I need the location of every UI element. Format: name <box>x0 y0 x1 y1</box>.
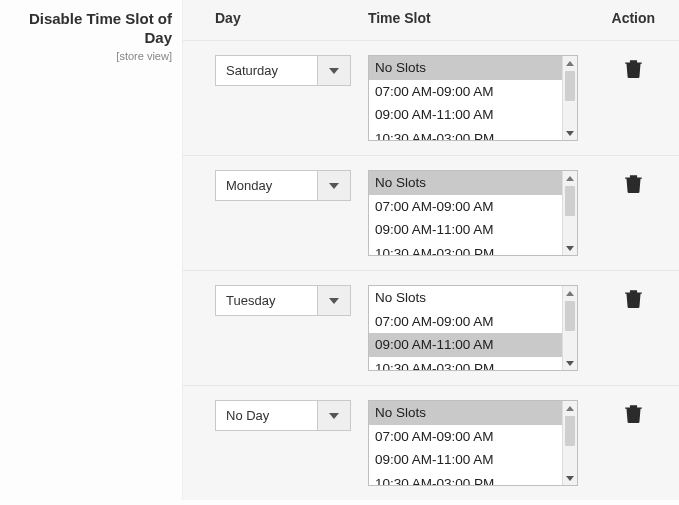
table-row: TuesdayNo Slots07:00 AM-09:00 AM09:00 AM… <box>183 271 679 386</box>
trash-icon <box>625 289 642 308</box>
delete-button[interactable] <box>625 174 642 196</box>
timeslot-option[interactable]: No Slots <box>369 401 562 425</box>
trash-icon <box>625 174 642 193</box>
scrollbar[interactable] <box>562 56 577 140</box>
chevron-down-icon[interactable] <box>317 170 351 201</box>
scroll-down-icon[interactable] <box>563 126 577 140</box>
chevron-down-icon[interactable] <box>317 55 351 86</box>
scroll-thumb[interactable] <box>565 416 575 446</box>
delete-button[interactable] <box>625 59 642 81</box>
timeslot-option[interactable]: 09:00 AM-11:00 AM <box>369 333 562 357</box>
trash-icon <box>625 404 642 423</box>
scrollbar[interactable] <box>562 286 577 370</box>
timeslot-option[interactable]: No Slots <box>369 286 562 310</box>
timeslot-option[interactable]: 09:00 AM-11:00 AM <box>369 218 562 242</box>
scroll-up-icon[interactable] <box>563 171 577 185</box>
timeslot-option[interactable]: 07:00 AM-09:00 AM <box>369 80 562 104</box>
scroll-thumb[interactable] <box>565 71 575 101</box>
delete-button[interactable] <box>625 289 642 311</box>
day-select[interactable]: No Day <box>215 400 351 431</box>
slots-table: Day Time Slot Action SaturdayNo Slots07:… <box>183 0 679 500</box>
timeslot-option[interactable]: 10:30 AM-03:00 PM <box>369 357 562 370</box>
header-action: Action <box>598 0 679 41</box>
timeslot-option[interactable]: 09:00 AM-11:00 AM <box>369 448 562 472</box>
day-select[interactable]: Tuesday <box>215 285 351 316</box>
timeslot-option[interactable]: 09:00 AM-11:00 AM <box>369 103 562 127</box>
day-select-value: Saturday <box>215 55 317 86</box>
day-select-value: Monday <box>215 170 317 201</box>
scroll-up-icon[interactable] <box>563 286 577 300</box>
scroll-down-icon[interactable] <box>563 471 577 485</box>
chevron-down-icon[interactable] <box>317 285 351 316</box>
setting-title: Disable Time Slot of Day <box>6 10 172 48</box>
setting-label-col: Disable Time Slot of Day [store view] <box>0 0 182 500</box>
day-select-value: Tuesday <box>215 285 317 316</box>
day-select[interactable]: Saturday <box>215 55 351 86</box>
timeslot-option[interactable]: 10:30 AM-03:00 PM <box>369 472 562 485</box>
timeslot-option[interactable]: 07:00 AM-09:00 AM <box>369 310 562 334</box>
timeslot-listbox[interactable]: No Slots07:00 AM-09:00 AM09:00 AM-11:00 … <box>368 400 578 486</box>
scroll-down-icon[interactable] <box>563 241 577 255</box>
timeslot-option[interactable]: 07:00 AM-09:00 AM <box>369 425 562 449</box>
day-select-value: No Day <box>215 400 317 431</box>
scrollbar[interactable] <box>562 171 577 255</box>
timeslot-listbox[interactable]: No Slots07:00 AM-09:00 AM09:00 AM-11:00 … <box>368 55 578 141</box>
timeslot-option[interactable]: No Slots <box>369 171 562 195</box>
timeslot-listbox[interactable]: No Slots07:00 AM-09:00 AM09:00 AM-11:00 … <box>368 170 578 256</box>
timeslot-option[interactable]: 10:30 AM-03:00 PM <box>369 127 562 140</box>
setting-scope: [store view] <box>6 50 172 62</box>
header-day: Day <box>183 0 364 41</box>
scrollbar[interactable] <box>562 401 577 485</box>
scroll-up-icon[interactable] <box>563 56 577 70</box>
scroll-up-icon[interactable] <box>563 401 577 415</box>
timeslot-listbox[interactable]: No Slots07:00 AM-09:00 AM09:00 AM-11:00 … <box>368 285 578 371</box>
table-row: MondayNo Slots07:00 AM-09:00 AM09:00 AM-… <box>183 156 679 271</box>
table-row: No DayNo Slots07:00 AM-09:00 AM09:00 AM-… <box>183 386 679 501</box>
chevron-down-icon[interactable] <box>317 400 351 431</box>
timeslot-option[interactable]: No Slots <box>369 56 562 80</box>
scroll-down-icon[interactable] <box>563 356 577 370</box>
header-timeslot: Time Slot <box>364 0 598 41</box>
setting-content: Day Time Slot Action SaturdayNo Slots07:… <box>182 0 679 500</box>
delete-button[interactable] <box>625 404 642 426</box>
scroll-thumb[interactable] <box>565 301 575 331</box>
timeslot-option[interactable]: 10:30 AM-03:00 PM <box>369 242 562 255</box>
day-select[interactable]: Monday <box>215 170 351 201</box>
scroll-thumb[interactable] <box>565 186 575 216</box>
trash-icon <box>625 59 642 78</box>
timeslot-option[interactable]: 07:00 AM-09:00 AM <box>369 195 562 219</box>
table-row: SaturdayNo Slots07:00 AM-09:00 AM09:00 A… <box>183 41 679 156</box>
